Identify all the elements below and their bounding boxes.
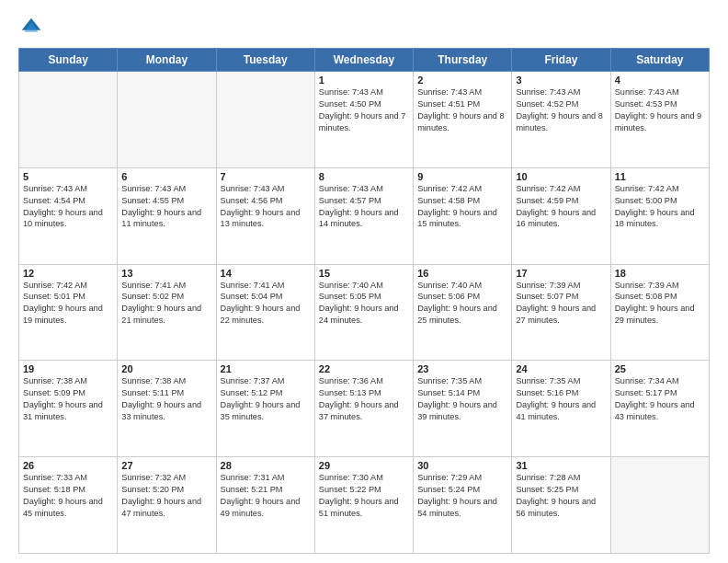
cell-text: Sunrise: 7:38 AMSunset: 5:09 PMDaylight:… — [23, 375, 113, 423]
day-number: 10 — [516, 171, 606, 182]
day-number: 14 — [221, 268, 311, 279]
weekday-header-thursday: Thursday — [414, 49, 512, 72]
cell-text: Sunrise: 7:43 AMSunset: 4:51 PMDaylight:… — [417, 86, 507, 134]
week-row-4: 26Sunrise: 7:33 AMSunset: 5:18 PMDayligh… — [19, 457, 710, 554]
day-number: 24 — [516, 363, 606, 374]
calendar-cell: 22Sunrise: 7:36 AMSunset: 5:13 PMDayligh… — [314, 361, 413, 457]
day-number: 12 — [23, 268, 113, 279]
week-row-1: 5Sunrise: 7:43 AMSunset: 4:54 PMDaylight… — [19, 167, 710, 264]
cell-text: Sunrise: 7:43 AMSunset: 4:53 PMDaylight:… — [615, 86, 705, 134]
calendar-cell — [118, 72, 216, 168]
calendar-cell — [610, 457, 709, 554]
day-number: 21 — [221, 363, 311, 374]
day-number: 19 — [23, 363, 113, 374]
day-number: 31 — [516, 460, 606, 471]
weekday-header-tuesday: Tuesday — [216, 49, 314, 72]
calendar-cell: 21Sunrise: 7:37 AMSunset: 5:12 PMDayligh… — [216, 361, 314, 457]
cell-text: Sunrise: 7:43 AMSunset: 4:55 PMDaylight:… — [121, 183, 211, 231]
cell-text: Sunrise: 7:43 AMSunset: 4:50 PMDaylight:… — [319, 86, 409, 134]
weekday-header-friday: Friday — [512, 49, 610, 72]
day-number: 27 — [121, 460, 211, 471]
calendar-cell — [19, 72, 118, 168]
day-number: 28 — [221, 460, 311, 471]
week-row-0: 1Sunrise: 7:43 AMSunset: 4:50 PMDaylight… — [19, 72, 710, 168]
logo-icon — [18, 15, 44, 40]
day-number: 30 — [417, 460, 507, 471]
cell-text: Sunrise: 7:32 AMSunset: 5:20 PMDaylight:… — [121, 472, 211, 520]
cell-text: Sunrise: 7:43 AMSunset: 4:56 PMDaylight:… — [221, 183, 311, 231]
calendar-cell: 15Sunrise: 7:40 AMSunset: 5:05 PMDayligh… — [314, 264, 413, 361]
calendar-cell: 26Sunrise: 7:33 AMSunset: 5:18 PMDayligh… — [19, 457, 118, 554]
cell-text: Sunrise: 7:30 AMSunset: 5:22 PMDaylight:… — [319, 472, 409, 520]
cell-text: Sunrise: 7:42 AMSunset: 4:59 PMDaylight:… — [516, 183, 606, 231]
cell-text: Sunrise: 7:33 AMSunset: 5:18 PMDaylight:… — [23, 472, 113, 520]
day-number: 8 — [319, 171, 409, 182]
day-number: 15 — [319, 268, 409, 279]
calendar-cell: 9Sunrise: 7:42 AMSunset: 4:58 PMDaylight… — [414, 167, 512, 264]
day-number: 22 — [319, 363, 409, 374]
day-number: 2 — [417, 75, 507, 86]
cell-text: Sunrise: 7:37 AMSunset: 5:12 PMDaylight:… — [221, 375, 311, 423]
calendar-cell: 24Sunrise: 7:35 AMSunset: 5:16 PMDayligh… — [512, 361, 610, 457]
calendar-cell: 13Sunrise: 7:41 AMSunset: 5:02 PMDayligh… — [118, 264, 216, 361]
logo — [18, 15, 48, 40]
cell-text: Sunrise: 7:38 AMSunset: 5:11 PMDaylight:… — [121, 375, 211, 423]
weekday-header-monday: Monday — [118, 49, 216, 72]
cell-text: Sunrise: 7:34 AMSunset: 5:17 PMDaylight:… — [615, 375, 705, 423]
weekday-header-row: SundayMondayTuesdayWednesdayThursdayFrid… — [19, 49, 710, 72]
day-number: 16 — [417, 268, 507, 279]
cell-text: Sunrise: 7:29 AMSunset: 5:24 PMDaylight:… — [417, 472, 507, 520]
day-number: 18 — [615, 268, 705, 279]
day-number: 3 — [516, 75, 606, 86]
day-number: 9 — [417, 171, 507, 182]
day-number: 7 — [221, 171, 311, 182]
cell-text: Sunrise: 7:41 AMSunset: 5:04 PMDaylight:… — [221, 280, 311, 327]
day-number: 29 — [319, 460, 409, 471]
calendar-cell: 11Sunrise: 7:42 AMSunset: 5:00 PMDayligh… — [610, 167, 709, 264]
cell-text: Sunrise: 7:43 AMSunset: 4:52 PMDaylight:… — [516, 86, 606, 134]
calendar-cell: 25Sunrise: 7:34 AMSunset: 5:17 PMDayligh… — [610, 361, 709, 457]
calendar-cell: 14Sunrise: 7:41 AMSunset: 5:04 PMDayligh… — [216, 264, 314, 361]
calendar-cell — [216, 72, 314, 168]
day-number: 26 — [23, 460, 113, 471]
calendar-cell: 19Sunrise: 7:38 AMSunset: 5:09 PMDayligh… — [19, 361, 118, 457]
weekday-header-sunday: Sunday — [19, 49, 118, 72]
calendar-table: SundayMondayTuesdayWednesdayThursdayFrid… — [18, 48, 710, 554]
calendar-cell: 5Sunrise: 7:43 AMSunset: 4:54 PMDaylight… — [19, 167, 118, 264]
weekday-header-saturday: Saturday — [610, 49, 709, 72]
calendar-cell: 20Sunrise: 7:38 AMSunset: 5:11 PMDayligh… — [118, 361, 216, 457]
cell-text: Sunrise: 7:43 AMSunset: 4:57 PMDaylight:… — [319, 183, 409, 231]
calendar-cell: 8Sunrise: 7:43 AMSunset: 4:57 PMDaylight… — [314, 167, 413, 264]
cell-text: Sunrise: 7:40 AMSunset: 5:05 PMDaylight:… — [319, 280, 409, 327]
cell-text: Sunrise: 7:35 AMSunset: 5:14 PMDaylight:… — [417, 375, 507, 423]
calendar-cell: 23Sunrise: 7:35 AMSunset: 5:14 PMDayligh… — [414, 361, 512, 457]
cell-text: Sunrise: 7:42 AMSunset: 4:58 PMDaylight:… — [417, 183, 507, 231]
day-number: 1 — [319, 75, 409, 86]
calendar-cell: 29Sunrise: 7:30 AMSunset: 5:22 PMDayligh… — [314, 457, 413, 554]
day-number: 20 — [121, 363, 211, 374]
day-number: 25 — [615, 363, 705, 374]
week-row-3: 19Sunrise: 7:38 AMSunset: 5:09 PMDayligh… — [19, 361, 710, 457]
cell-text: Sunrise: 7:36 AMSunset: 5:13 PMDaylight:… — [319, 375, 409, 423]
cell-text: Sunrise: 7:40 AMSunset: 5:06 PMDaylight:… — [417, 280, 507, 327]
day-number: 6 — [121, 171, 211, 182]
day-number: 4 — [615, 75, 705, 86]
calendar-cell: 30Sunrise: 7:29 AMSunset: 5:24 PMDayligh… — [414, 457, 512, 554]
cell-text: Sunrise: 7:42 AMSunset: 5:01 PMDaylight:… — [23, 280, 113, 327]
header — [18, 15, 710, 40]
cell-text: Sunrise: 7:31 AMSunset: 5:21 PMDaylight:… — [221, 472, 311, 520]
cell-text: Sunrise: 7:35 AMSunset: 5:16 PMDaylight:… — [516, 375, 606, 423]
weekday-header-wednesday: Wednesday — [314, 49, 413, 72]
calendar-cell: 16Sunrise: 7:40 AMSunset: 5:06 PMDayligh… — [414, 264, 512, 361]
calendar-cell: 3Sunrise: 7:43 AMSunset: 4:52 PMDaylight… — [512, 72, 610, 168]
cell-text: Sunrise: 7:42 AMSunset: 5:00 PMDaylight:… — [615, 183, 705, 231]
day-number: 5 — [23, 171, 113, 182]
calendar-cell: 6Sunrise: 7:43 AMSunset: 4:55 PMDaylight… — [118, 167, 216, 264]
calendar-cell: 28Sunrise: 7:31 AMSunset: 5:21 PMDayligh… — [216, 457, 314, 554]
calendar-cell: 17Sunrise: 7:39 AMSunset: 5:07 PMDayligh… — [512, 264, 610, 361]
cell-text: Sunrise: 7:39 AMSunset: 5:08 PMDaylight:… — [615, 280, 705, 327]
day-number: 13 — [121, 268, 211, 279]
calendar-cell: 10Sunrise: 7:42 AMSunset: 4:59 PMDayligh… — [512, 167, 610, 264]
cell-text: Sunrise: 7:39 AMSunset: 5:07 PMDaylight:… — [516, 280, 606, 327]
calendar-cell: 2Sunrise: 7:43 AMSunset: 4:51 PMDaylight… — [414, 72, 512, 168]
